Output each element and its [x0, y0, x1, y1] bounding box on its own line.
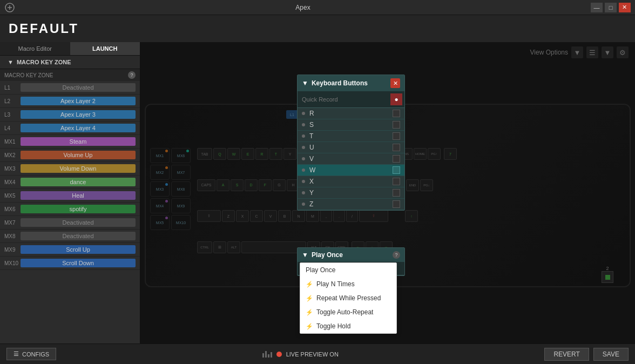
macro-item-l4[interactable]: L4 Apex Layer 4 — [0, 122, 140, 135]
macro-key-zone-header[interactable]: ▼ Macro Key Zone — [0, 56, 140, 69]
macro-key-label: MX2 — [4, 152, 21, 158]
preview-bar-1 — [262, 353, 264, 358]
kb-key-checkbox[interactable] — [393, 189, 400, 197]
macro-item-mx7[interactable]: MX7 Deactivated — [0, 216, 140, 230]
preview-bar-4 — [271, 352, 272, 358]
macro-key-label: MX6 — [4, 206, 21, 212]
preview-bar-2 — [265, 351, 267, 358]
macro-key-label: MX3 — [4, 166, 21, 172]
configs-button[interactable]: ☰ CONFIGS — [6, 348, 56, 360]
bottom-bar: ☰ CONFIGS LIVE PREVIEW ON REVERT SAVE — [0, 343, 635, 364]
macro-item-mx2[interactable]: MX2 Volume Up — [0, 149, 140, 162]
maximize-button[interactable]: □ — [605, 3, 617, 12]
main-content: DEFAULT Macro Editor LAUNCH ▼ Macro Key … — [0, 15, 635, 364]
minimize-button[interactable]: — — [591, 3, 603, 12]
kb-key-label: W — [309, 166, 393, 174]
macro-item-mx6[interactable]: MX6 spotify — [0, 203, 140, 216]
play-once-header[interactable]: ▼ Play Once ? — [298, 248, 404, 262]
sidebar-tabs: Macro Editor LAUNCH — [0, 42, 140, 56]
action-buttons: REVERT SAVE — [544, 348, 629, 361]
macro-key-label: MX9 — [4, 247, 21, 253]
close-button[interactable]: ✕ — [619, 3, 631, 12]
quick-record-button[interactable]: ● — [390, 93, 402, 105]
kb-key-checkbox[interactable] — [393, 110, 400, 117]
save-button[interactable]: SAVE — [593, 348, 629, 361]
kb-key-dot — [302, 146, 305, 149]
macro-item-mx1[interactable]: MX1 Steam — [0, 135, 140, 149]
kb-key-item-w[interactable]: W — [298, 165, 404, 176]
kb-key-label: T — [309, 132, 393, 140]
titlebar-title: Apex — [295, 4, 310, 11]
kb-key-label: Z — [309, 200, 393, 208]
kb-key-item-z[interactable]: Z — [298, 199, 404, 210]
macro-value-label: Deactivated — [21, 218, 136, 227]
kb-key-checkbox[interactable] — [393, 166, 400, 174]
macro-key-label: MX4 — [4, 179, 21, 185]
kb-key-item-u[interactable]: U — [298, 142, 404, 153]
macro-value-label: Steam — [21, 137, 136, 146]
quick-record-input[interactable] — [300, 95, 390, 104]
macro-item-mx9[interactable]: MX9 Scroll Up — [0, 243, 140, 257]
kb-key-item-r[interactable]: R — [298, 108, 404, 119]
macro-item-mx8[interactable]: MX8 Deactivated — [0, 230, 140, 243]
live-preview: LIVE PREVIEW ON — [262, 351, 339, 358]
kb-key-item-s[interactable]: S — [298, 119, 404, 131]
kb-key-checkbox[interactable] — [393, 132, 400, 140]
kb-key-item-t[interactable]: T — [298, 131, 404, 142]
macro-value-label: Apex Layer 3 — [21, 110, 136, 119]
macro-item-l1[interactable]: L1 Deactivated — [0, 81, 140, 95]
dropdown-item-toggle-hold[interactable]: ⚡ Toggle Hold — [300, 319, 396, 333]
macro-list: L1 Deactivated L2 Apex Layer 2 L3 Apex L… — [0, 81, 140, 343]
macro-value-label: dance — [21, 178, 136, 186]
keyboard-area: View Options ▼ ☰ ▼ ⚙ L1 L2 L3 L4 — [140, 42, 635, 343]
macro-value-label: Apex Layer 2 — [21, 97, 136, 105]
macro-item-l3[interactable]: L3 Apex Layer 3 — [0, 108, 140, 122]
macro-key-label: MX5 — [4, 193, 21, 199]
kb-key-dot — [302, 123, 305, 126]
macro-item-mx4[interactable]: MX4 dance — [0, 176, 140, 189]
play-once-title: Play Once — [312, 251, 343, 259]
kb-key-dot — [302, 191, 305, 194]
macro-key-label: MX7 — [4, 220, 21, 226]
macro-value-label: Deactivated — [21, 232, 136, 240]
macro-value-label: Scroll Down — [21, 259, 136, 267]
kb-key-dot — [302, 203, 305, 206]
kb-key-label: R — [309, 110, 393, 117]
kb-key-item-y[interactable]: Y — [298, 187, 404, 199]
app-logo-icon — [4, 2, 15, 13]
live-preview-dot — [276, 352, 282, 357]
kb-panel-collapse-icon: ▼ — [302, 79, 308, 87]
lightning-icon-3: ⚡ — [306, 309, 313, 316]
tab-macro-editor[interactable]: Macro Editor — [0, 42, 70, 55]
kb-key-label: Y — [309, 189, 393, 197]
macro-item-mx10[interactable]: MX10 Scroll Down — [0, 257, 140, 270]
keyboard-buttons-header[interactable]: ▼ Keyboard Buttons ✕ — [298, 75, 404, 91]
kb-key-item-v[interactable]: V — [298, 153, 404, 165]
revert-button[interactable]: REVERT — [544, 348, 589, 361]
macro-value-label: Deactivated — [21, 83, 136, 92]
sidebar: Macro Editor LAUNCH ▼ Macro Key Zone MAC… — [0, 42, 140, 343]
kb-key-checkbox[interactable] — [393, 155, 400, 163]
kb-key-checkbox[interactable] — [393, 178, 400, 185]
tab-launch[interactable]: LAUNCH — [70, 42, 140, 55]
macro-item-mx3[interactable]: MX3 Volume Down — [0, 162, 140, 176]
help-icon[interactable]: ? — [128, 71, 136, 79]
kb-key-checkbox[interactable] — [393, 144, 400, 151]
macro-item-l2[interactable]: L2 Apex Layer 2 — [0, 95, 140, 108]
kb-key-item-x[interactable]: X — [298, 176, 404, 187]
play-once-help-icon[interactable]: ? — [393, 251, 400, 259]
macro-value-label: Scroll Up — [21, 245, 136, 254]
dropdown-item-toggle-auto-repeat[interactable]: ⚡ Toggle Auto-Repeat — [300, 305, 396, 319]
kb-key-dot — [302, 112, 305, 115]
macro-item-mx5[interactable]: MX5 Heal — [0, 189, 140, 203]
kb-key-checkbox[interactable] — [393, 121, 400, 129]
dropdown-item-play-once[interactable]: Play Once — [300, 263, 396, 277]
macro-key-label: MX1 — [4, 139, 21, 145]
macro-key-label: L3 — [4, 112, 21, 118]
kb-panel-close-button[interactable]: ✕ — [390, 78, 400, 88]
kb-key-dot — [302, 134, 305, 138]
dropdown-item-play-n-times[interactable]: ⚡ Play N Times — [300, 277, 396, 291]
keyboard-buttons-panel: ▼ Keyboard Buttons ✕ ● R S T U — [297, 75, 405, 211]
kb-key-checkbox[interactable] — [393, 200, 400, 208]
dropdown-item-repeat-while-pressed[interactable]: ⚡ Repeat While Pressed — [300, 291, 396, 305]
